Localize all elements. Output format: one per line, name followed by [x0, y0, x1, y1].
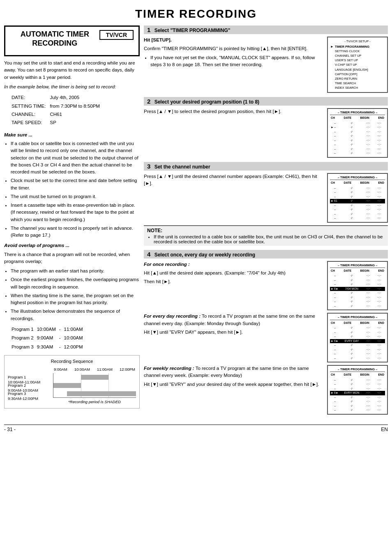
- timer-row: --·/···:····:··: [330, 382, 385, 387]
- timer-row: ►6►EVRY MON··:····:··: [330, 391, 385, 395]
- chart-grid: [53, 373, 136, 398]
- timer-row: --·/···:····:··: [330, 208, 385, 212]
- footer-page: - 31 -: [4, 427, 16, 432]
- timer-row: --·/···:····:··: [330, 138, 385, 143]
- step3-screen: – TIMER PROGRAMMING – CH DATE BEGIN END …: [327, 173, 388, 223]
- left-column: TV/VCR AUTOMATIC TIMER RECORDING You may…: [4, 25, 140, 419]
- timer-row: --·/···:····:··: [330, 304, 385, 309]
- avoid-overlap-list: The program with an earlier start has pr…: [11, 268, 140, 322]
- timer-row: --·/···:····:··: [330, 343, 385, 348]
- table-row: DATE: July 4th, 2005: [12, 94, 103, 101]
- timer-row: --·/···:····:··: [330, 216, 385, 221]
- step2-screen: – TIMER PROGRAMMING – CH DATE BEGIN END …: [327, 108, 388, 158]
- step4-everyday: For every day recording : To record a TV…: [144, 313, 388, 362]
- timer-row: --·/···:····:··: [330, 300, 385, 304]
- avoid-overlap-intro: There is a chance that a program will no…: [4, 251, 140, 265]
- list-item: The unit must be turned on to program it…: [11, 193, 140, 200]
- step2-header: 2 Select your desired program position (…: [144, 97, 388, 106]
- timer-row: --·/···:····:··: [330, 190, 385, 195]
- step4-once-text: For once recording : Hit [▲] until the d…: [144, 261, 324, 287]
- table-row: Program 2 9:00AM - 10:00AM: [12, 334, 85, 342]
- screen-item: ► INDEX SEARCH: [330, 86, 385, 90]
- step2-num: 2: [147, 98, 150, 105]
- screen-item: ► USER'S SET UP: [330, 58, 385, 63]
- example-intro: In the example below, the timer is being…: [4, 83, 140, 90]
- timer-row: --·/···:····:··: [330, 147, 385, 152]
- table-row: Program 1 10:00AM - 11:00AM: [12, 325, 85, 334]
- timer-row: --·/···:····:··: [330, 121, 385, 126]
- timer-rows: --·/···:····:··--·/···:····:··--·/···:··…: [330, 186, 385, 221]
- screen-item: ► SETTING CLOCK: [330, 49, 385, 53]
- step2-heading: Select your desired program position (1 …: [154, 99, 259, 105]
- list-item: The channel you want to record is proper…: [11, 225, 140, 239]
- timer-row: --·/···:····:··: [330, 408, 385, 413]
- step4-heading: Select once, every day or weekly recordi…: [154, 252, 255, 258]
- timer-row: --·/···:····:··: [330, 378, 385, 383]
- timer-row: --·/···:····:··: [330, 212, 385, 217]
- timer-rows: --·/···:····:··--·/···:····:··--·/···:··…: [330, 274, 385, 308]
- step3-num: 3: [147, 163, 150, 170]
- step4-weekly: For weekly recording : To record a TV pr…: [144, 365, 388, 415]
- screen-item: ► LANGUAGE [ENGLISH]: [330, 67, 385, 72]
- screen-item: ► V-CHIP SET UP: [330, 63, 385, 67]
- timer-row: --·/···:····:··: [330, 203, 385, 208]
- timer-row: ►--·/···:····:··: [330, 125, 385, 130]
- chart-times: 9:00AM 10:00AM 11:00AM 12:00PM: [53, 367, 136, 372]
- table-row: TAPE SPEED: SP: [12, 119, 103, 126]
- make-sure-list: If a cable box or satellite box is conne…: [11, 140, 140, 239]
- list-item: If the unit is connected to a cable box …: [154, 234, 385, 244]
- timer-rows: --·/···:····:··►--·/···:····:··--·/···:·…: [330, 121, 385, 156]
- page-title: TIMER RECORDING: [4, 4, 388, 21]
- timer-row: --·/···:····:··: [330, 335, 385, 339]
- table-row: CHANNEL: CH61: [12, 111, 103, 118]
- timer-row: --·/···:····:··: [330, 278, 385, 283]
- step3-header: 3 Set the channel number: [144, 162, 388, 171]
- timer-row: --·/···:····:··: [330, 356, 385, 361]
- page-footer: - 31 - EN: [4, 425, 388, 434]
- chart-row-p2: [53, 381, 136, 390]
- screen-item: ► TIMER PROGRAMMING: [330, 44, 385, 49]
- step1-section: 1 Select "TIMER PROGRAMMING" Hit [SETUP]…: [144, 25, 388, 93]
- timer-row: --·/···:····:··: [330, 387, 385, 391]
- step4-weekly-text: For weekly recording : To record a TV pr…: [144, 365, 324, 390]
- step4-once: For once recording : Hit [▲] until the d…: [144, 261, 388, 311]
- list-item: If you have not yet set the clock, "MANU…: [150, 54, 324, 69]
- chart-title: Recording Sequence: [8, 358, 136, 365]
- timer-row: --·/···:····:··: [330, 352, 385, 356]
- step4-header: 4 Select once, every day or weekly recor…: [144, 250, 388, 259]
- timer-rows: --·/···:····:··--·/···:····:··--·/···:··…: [330, 378, 385, 413]
- table-row: Program 3 9:30AM - 12:00PM: [12, 343, 85, 351]
- avoid-overlap-heading: Avoid overlap of programs ...: [4, 242, 140, 249]
- left-body: You may set the unit to start and end a …: [4, 60, 140, 409]
- list-item: Clock must be set to the correct time an…: [11, 177, 140, 192]
- step3-section: 3 Set the channel number Press [▲ / ▼] u…: [144, 162, 388, 246]
- list-item: Program 39:30AM-12:00PM: [8, 392, 53, 400]
- chart-row-p3: [53, 390, 136, 398]
- timer-row: --·/···:····:··: [330, 348, 385, 352]
- timer-row: --·/···:····:··: [330, 295, 385, 300]
- auto-timer-box: TV/VCR AUTOMATIC TIMER RECORDING: [4, 25, 140, 56]
- step1-num: 1: [147, 26, 150, 33]
- step4-weekly-screen: – TIMER PROGRAMMING – CH DATE BEGIN END …: [327, 365, 388, 415]
- footer-en: EN: [381, 427, 388, 432]
- step1-header: 1 Select "TIMER PROGRAMMING": [144, 25, 388, 34]
- step4-once-screen: – TIMER PROGRAMMING – CH DATE BEGIN END …: [327, 261, 388, 311]
- timer-row: --·/···:····:··: [330, 151, 385, 156]
- timer-row: --·/···:····:··: [330, 326, 385, 330]
- timer-row: --·/···:····:··: [330, 395, 385, 400]
- list-item: Once the earliest program finishes, the …: [11, 276, 140, 291]
- timer-row: --·/···:····:··: [330, 399, 385, 404]
- list-item: If a cable box or satellite box is conne…: [11, 140, 140, 175]
- screen-item: ► CHANNEL SET UP: [330, 54, 385, 58]
- step1-screen: - TV/VCR SETUP - ► TIMER PROGRAMMING ► S…: [327, 37, 388, 93]
- step4-everyday-screen: – TIMER PROGRAMMING – CH DATE BEGIN END …: [327, 313, 388, 362]
- list-item: The illustration below demonstrates the …: [11, 308, 140, 322]
- timer-row: --·/···:····:··: [330, 404, 385, 409]
- timer-row: --·/···:····:··: [330, 274, 385, 278]
- screen-item: ► TIME SEARCH: [330, 81, 385, 86]
- list-item: When the starting time is the same, the …: [11, 292, 140, 307]
- list-item: The program with an earlier start has pr…: [11, 268, 140, 275]
- chart-note: *Recording period is SHADED: [53, 399, 136, 405]
- timer-row: ►6►7/04 MON··:····:··: [330, 287, 385, 291]
- screen-item: ► ZERO RETURN: [330, 77, 385, 81]
